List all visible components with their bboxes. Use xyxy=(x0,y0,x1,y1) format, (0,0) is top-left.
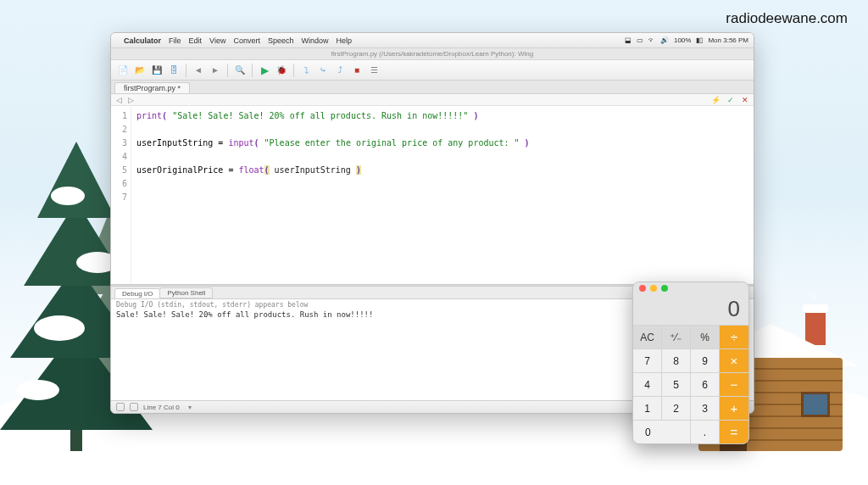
calc-traffic-lights xyxy=(633,282,748,294)
menu-edit[interactable]: Edit xyxy=(189,36,203,45)
watermark-text: radiodeewane.com xyxy=(726,10,848,27)
toolbar-open-icon[interactable]: 📂 xyxy=(133,64,147,77)
file-tabs: firstProgram.py * xyxy=(111,81,754,94)
file-tab-active[interactable]: firstProgram.py * xyxy=(114,82,190,93)
toolbar-saveall-icon[interactable]: 🗄 xyxy=(167,64,181,77)
battery-text: 100% xyxy=(674,36,691,44)
calc-key-multiply[interactable]: × xyxy=(720,348,748,372)
traffic-max-icon[interactable] xyxy=(661,285,668,292)
toolbar-stepout-icon[interactable]: ⤴ xyxy=(333,64,347,77)
calc-key-4[interactable]: 4 xyxy=(633,372,662,396)
clock-text[interactable]: Mon 3:56 PM xyxy=(708,36,748,44)
calc-key-equals[interactable]: = xyxy=(720,420,748,443)
code-editor[interactable]: 1234567 print( "Sale! Sale! Sale! 20% of… xyxy=(111,106,754,284)
toolbar-stop-icon[interactable]: ■ xyxy=(350,64,364,77)
calc-key-7[interactable]: 7 xyxy=(633,348,662,372)
wifi-icon[interactable]: ᯤ xyxy=(648,36,655,44)
check-icon[interactable]: ✓ xyxy=(727,96,734,104)
calc-key-2[interactable]: 2 xyxy=(662,396,691,420)
display-icon[interactable]: ▭ xyxy=(637,36,643,44)
sb-box-icon[interactable] xyxy=(116,403,125,411)
calc-keypad: AC ⁺⁄₋ % ÷ 7 8 9 × 4 5 6 − 1 2 3 + 0 . = xyxy=(633,325,748,443)
calc-key-3[interactable]: 3 xyxy=(691,396,720,420)
menu-window[interactable]: Window xyxy=(301,36,328,45)
menu-file[interactable]: File xyxy=(169,36,181,45)
bolt-icon[interactable]: ⚡ xyxy=(711,96,721,104)
window-title: firstProgram.py (/Users/kakradetome/Drop… xyxy=(331,50,533,58)
calc-key-6[interactable]: 6 xyxy=(691,372,720,396)
toolbar-stepover-icon[interactable]: ⤵ xyxy=(299,64,313,77)
calc-key-9[interactable]: 9 xyxy=(691,348,720,372)
code-content[interactable]: print( "Sale! Sale! Sale! 20% off all pr… xyxy=(131,106,754,284)
menu-view[interactable]: View xyxy=(209,36,225,45)
toolbar-save-icon[interactable]: 💾 xyxy=(150,64,164,77)
calc-key-percent[interactable]: % xyxy=(691,325,720,348)
cursor-position: Line 7 Col 0 xyxy=(143,404,180,411)
calc-key-divide[interactable]: ÷ xyxy=(720,325,748,348)
calc-display: 0 xyxy=(633,294,748,325)
menu-speech[interactable]: Speech xyxy=(268,36,294,45)
calculator-window[interactable]: 0 AC ⁺⁄₋ % ÷ 7 8 9 × 4 5 6 − 1 2 3 + 0 .… xyxy=(632,282,749,444)
sb-box2-icon[interactable] xyxy=(130,403,138,411)
menu-help[interactable]: Help xyxy=(336,36,352,45)
panel-tab-debugio[interactable]: Debug I/O xyxy=(114,288,160,299)
volume-icon[interactable]: 🔊 xyxy=(660,36,669,44)
dropbox-icon[interactable]: ⬓ xyxy=(625,36,632,44)
calc-key-5[interactable]: 5 xyxy=(662,372,691,396)
editor-toolbar: ◁ ▷ ⚡ ✓ ✕ xyxy=(111,94,754,106)
toolbar-run-icon[interactable]: ▶ xyxy=(258,64,271,77)
calc-key-subtract[interactable]: − xyxy=(720,372,748,396)
battery-icon[interactable]: ▮▯ xyxy=(696,36,703,44)
calc-key-add[interactable]: + xyxy=(720,396,748,420)
menubar-status: ⬓ ▭ ᯤ 🔊 100% ▮▯ Mon 3:56 PM xyxy=(625,36,748,44)
traffic-close-icon[interactable] xyxy=(639,285,646,292)
calc-key-0[interactable]: 0 xyxy=(633,420,691,443)
ed-nav-back-icon[interactable]: ◁ xyxy=(116,96,122,104)
menu-convert[interactable]: Convert xyxy=(233,36,260,45)
toolbar-search-icon[interactable]: 🔍 xyxy=(233,64,247,77)
toolbar-new-icon[interactable]: 📄 xyxy=(116,64,130,77)
calc-key-1[interactable]: 1 xyxy=(633,396,662,420)
window-titlebar[interactable]: firstProgram.py (/Users/kakradetome/Drop… xyxy=(111,48,754,60)
toolbar-options-icon[interactable]: ☰ xyxy=(367,64,381,77)
calc-key-8[interactable]: 8 xyxy=(662,348,691,372)
ide-toolbar: 📄 📂 💾 🗄 ◄ ► 🔍 ▶ 🐞 ⤵ ⤷ ⤴ ■ ☰ xyxy=(111,60,754,81)
line-gutter: 1234567 xyxy=(111,106,131,284)
toolbar-stepin-icon[interactable]: ⤷ xyxy=(316,64,330,77)
close-icon[interactable]: ✕ xyxy=(742,96,748,104)
mac-menubar: Calculator File Edit View Convert Speech… xyxy=(111,33,754,48)
calc-key-ac[interactable]: AC xyxy=(633,325,662,348)
calc-key-sign[interactable]: ⁺⁄₋ xyxy=(662,325,691,348)
toolbar-back-icon[interactable]: ◄ xyxy=(192,64,205,77)
toolbar-fwd-icon[interactable]: ► xyxy=(209,64,222,77)
ed-nav-fwd-icon[interactable]: ▷ xyxy=(128,96,134,104)
calc-key-decimal[interactable]: . xyxy=(691,420,720,443)
panel-tab-pyshell[interactable]: Python Shell xyxy=(159,287,213,298)
traffic-min-icon[interactable] xyxy=(650,285,657,292)
menubar-app-name[interactable]: Calculator xyxy=(124,36,161,45)
sb-dropdown-icon[interactable]: ▾ xyxy=(188,404,192,411)
toolbar-debug-icon[interactable]: 🐞 xyxy=(275,64,288,77)
